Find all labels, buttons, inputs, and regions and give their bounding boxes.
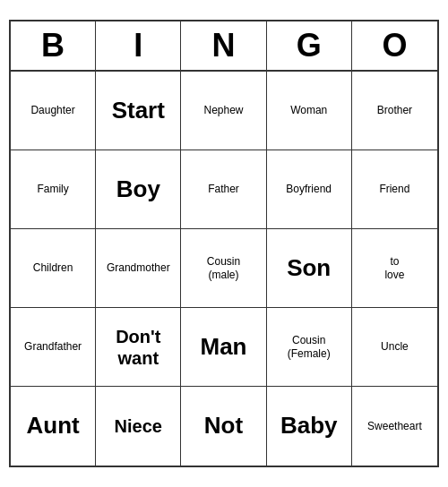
cell-r4-c1: Niece — [96, 387, 181, 466]
cell-r1-c4: Friend — [352, 150, 437, 229]
cell-r1-c0: Family — [11, 150, 96, 229]
cell-r4-c4: Sweetheart — [352, 387, 437, 466]
cell-label: Sweetheart — [367, 420, 422, 432]
cell-label: Man — [200, 333, 246, 361]
cell-r1-c1: Boy — [96, 150, 181, 229]
cell-label: Grandmother — [107, 261, 170, 274]
cell-r3-c3: Cousin (Female) — [267, 308, 352, 387]
cell-label: Niece — [115, 415, 162, 437]
cell-label: Start — [112, 97, 165, 124]
header-letter: N — [181, 21, 266, 70]
cell-label: Nephew — [203, 104, 243, 116]
bingo-card: BINGO DaughterStartNephewWomanBrotherFam… — [9, 20, 439, 467]
cell-label: to love — [384, 255, 404, 281]
cell-label: Aunt — [26, 412, 79, 440]
cell-label: Children — [33, 261, 73, 274]
cell-label: Not — [204, 412, 243, 440]
header-letter: G — [267, 21, 352, 70]
cell-r0-c0: Daughter — [11, 72, 96, 150]
cell-label: Son — [287, 254, 331, 282]
cell-label: Boyfriend — [286, 183, 332, 195]
cell-label: Cousin (male) — [207, 255, 240, 281]
cell-label: Cousin (Female) — [288, 334, 331, 360]
cell-r2-c3: Son — [267, 229, 352, 308]
cell-r3-c4: Uncle — [352, 308, 437, 387]
cell-r3-c2: Man — [181, 308, 266, 387]
cell-r1-c2: Father — [181, 150, 266, 229]
header-letter: O — [352, 21, 437, 70]
cell-label: Don't want — [116, 326, 160, 369]
cell-label: Grandfather — [24, 340, 82, 353]
cell-label: Boy — [116, 175, 160, 203]
cell-r0-c4: Brother — [352, 72, 437, 150]
cell-r0-c3: Woman — [267, 72, 352, 150]
header-letter: B — [11, 21, 96, 70]
cell-r4-c0: Aunt — [11, 387, 96, 466]
cell-r1-c3: Boyfriend — [267, 150, 352, 229]
cell-label: Uncle — [381, 340, 409, 353]
cell-r0-c2: Nephew — [181, 72, 266, 150]
cell-label: Daughter — [30, 104, 74, 116]
bingo-grid: DaughterStartNephewWomanBrotherFamilyBoy… — [11, 72, 437, 466]
cell-label: Family — [37, 183, 68, 195]
cell-label: Baby — [280, 412, 338, 440]
cell-label: Woman — [290, 104, 327, 116]
cell-r0-c1: Start — [96, 72, 181, 150]
cell-r4-c2: Not — [181, 387, 266, 466]
cell-r3-c1: Don't want — [96, 308, 181, 387]
cell-r2-c4: to love — [352, 229, 437, 308]
cell-r3-c0: Grandfather — [11, 308, 96, 387]
cell-r2-c2: Cousin (male) — [181, 229, 266, 308]
header-letter: I — [96, 21, 181, 70]
cell-r2-c0: Children — [11, 229, 96, 308]
cell-r2-c1: Grandmother — [96, 229, 181, 308]
cell-label: Brother — [377, 104, 412, 116]
cell-r4-c3: Baby — [267, 387, 352, 466]
cell-label: Friend — [379, 183, 409, 195]
bingo-header: BINGO — [11, 21, 437, 72]
cell-label: Father — [208, 183, 239, 195]
